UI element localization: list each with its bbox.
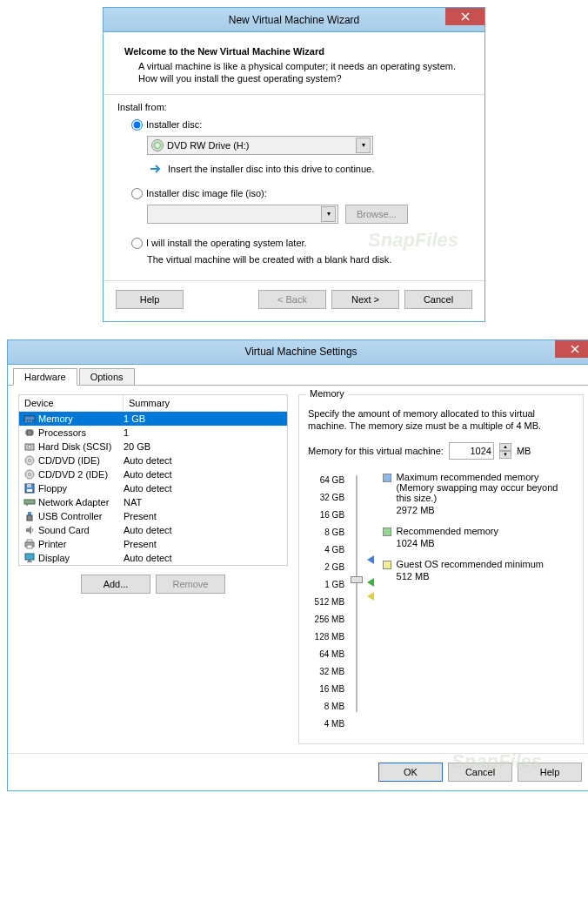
drive-value: DVD RW Drive (H:) <box>167 140 250 151</box>
back-button[interactable]: < Back <box>258 290 326 309</box>
device-name: Printer <box>38 539 66 549</box>
disc-hint: Insert the installer disc into this driv… <box>149 162 472 176</box>
iso-path-input[interactable]: ▾ <box>147 205 338 224</box>
svg-point-14 <box>29 473 31 475</box>
svg-rect-4 <box>27 430 32 435</box>
remove-button[interactable]: Remove <box>156 575 225 594</box>
slider-thumb[interactable] <box>351 576 363 583</box>
cpu-icon <box>23 427 36 438</box>
memory-value-input[interactable] <box>449 442 494 460</box>
drive-select[interactable]: DVD RW Drive (H:) ▾ <box>147 136 373 155</box>
memory-slider[interactable] <box>348 472 364 716</box>
spin-down[interactable]: ▼ <box>499 451 511 459</box>
vm-settings-window: Virtual Machine Settings Hardware Option… <box>7 339 588 792</box>
welcome-description: A virtual machine is like a physical com… <box>138 60 472 85</box>
slider-tick: 64 MB <box>308 646 344 663</box>
radio-installer-disc[interactable]: Installer disc: <box>131 119 472 131</box>
device-summary: Auto detect <box>124 483 285 494</box>
new-vm-wizard-window: New Virtual Machine Wizard Welcome to th… <box>103 7 485 322</box>
device-row[interactable]: USB ControllerPresent <box>19 509 287 523</box>
legend-min-val: 512 MB <box>397 571 574 581</box>
col-summary[interactable]: Summary <box>124 395 287 411</box>
legend-max-val: 2972 MB <box>397 505 574 515</box>
svg-point-12 <box>29 459 31 461</box>
device-summary: 20 GB <box>124 441 285 452</box>
titlebar[interactable]: Virtual Machine Settings <box>8 340 588 365</box>
memory-groupbox: Memory Specify the amount of memory allo… <box>298 394 584 745</box>
display-icon <box>23 553 36 563</box>
help-button[interactable]: Help <box>518 763 582 782</box>
device-summary: Auto detect <box>124 469 285 480</box>
window-title: New Virtual Machine Wizard <box>229 14 360 26</box>
radio-later[interactable]: I will install the operating system late… <box>131 238 472 249</box>
browse-button[interactable]: Browse... <box>345 205 408 224</box>
hdd-icon <box>23 441 36 452</box>
slider-tick: 512 MB <box>308 594 344 611</box>
square-green-icon <box>383 528 391 536</box>
tab-hardware[interactable]: Hardware <box>13 368 77 386</box>
device-name: Display <box>38 553 70 563</box>
add-button[interactable]: Add... <box>81 575 150 594</box>
device-row[interactable]: CD/DVD (IDE)Auto detect <box>19 454 287 467</box>
slider-tick: 8 GB <box>308 524 344 541</box>
memory-unit: MB <box>517 446 531 456</box>
radio-later-label: I will install the operating system late… <box>146 238 307 248</box>
square-blue-icon <box>383 474 391 482</box>
help-button[interactable]: Help <box>116 290 184 309</box>
memory-input-label: Memory for this virtual machine: <box>308 446 444 456</box>
svg-rect-18 <box>24 500 35 504</box>
next-button[interactable]: Next > <box>331 290 399 309</box>
floppy-icon <box>23 483 36 494</box>
svg-point-10 <box>28 445 31 448</box>
radio-iso[interactable]: Installer disc image file (iso): <box>131 188 472 199</box>
device-name: Processors <box>38 427 86 438</box>
device-row[interactable]: CD/DVD 2 (IDE)Auto detect <box>19 467 287 481</box>
radio-later-input[interactable] <box>131 238 143 249</box>
legend-rec: Recommended memory <box>397 526 498 536</box>
tab-options[interactable]: Options <box>79 368 135 385</box>
radio-disc-input[interactable] <box>131 119 143 131</box>
square-yellow-icon <box>383 561 391 569</box>
tab-strip: Hardware Options <box>8 365 588 386</box>
device-row[interactable]: Processors1 <box>19 426 287 440</box>
device-name: CD/DVD 2 (IDE) <box>38 469 108 480</box>
device-row[interactable]: Memory1 GB <box>19 412 287 426</box>
device-row[interactable]: DisplayAuto detect <box>19 551 287 565</box>
chevron-down-icon[interactable]: ▾ <box>321 206 336 222</box>
marker-min <box>367 592 374 602</box>
memory-spinner[interactable]: ▲ ▼ <box>499 443 511 459</box>
radio-iso-label: Installer disc image file (iso): <box>146 188 267 198</box>
device-row[interactable]: Network AdapterNAT <box>19 495 287 509</box>
device-row[interactable]: Hard Disk (SCSI)20 GB <box>19 440 287 454</box>
legend-min: Guest OS recommended minimum <box>397 559 544 569</box>
chevron-down-icon[interactable]: ▾ <box>356 138 371 153</box>
slider-tick: 1 GB <box>308 576 344 594</box>
ok-button[interactable]: OK <box>378 763 443 782</box>
device-name: Hard Disk (SCSI) <box>38 441 111 452</box>
cancel-button[interactable]: Cancel <box>404 290 472 309</box>
device-name: Network Adapter <box>38 497 109 507</box>
svg-rect-0 <box>24 416 35 420</box>
device-summary: 1 GB <box>124 413 285 424</box>
device-row[interactable]: Sound CardAuto detect <box>19 523 287 537</box>
device-row[interactable]: PrinterPresent <box>19 537 287 551</box>
close-button[interactable] <box>555 340 588 358</box>
svg-rect-2 <box>28 420 30 422</box>
device-row[interactable]: FloppyAuto detect <box>19 481 287 495</box>
radio-iso-input[interactable] <box>131 188 143 199</box>
slider-tick: 128 MB <box>308 628 344 646</box>
device-name: Sound Card <box>38 525 90 535</box>
slider-tick: 2 GB <box>308 559 344 576</box>
welcome-heading: Welcome to the New Virtual Machine Wizar… <box>124 46 472 57</box>
close-button[interactable] <box>445 8 484 25</box>
net-icon <box>23 497 36 507</box>
sound-icon <box>23 525 36 535</box>
spin-up[interactable]: ▲ <box>499 443 511 451</box>
col-device[interactable]: Device <box>19 395 124 411</box>
svg-rect-27 <box>27 561 32 562</box>
svg-rect-1 <box>25 420 27 422</box>
titlebar[interactable]: New Virtual Machine Wizard <box>104 8 484 32</box>
cancel-button[interactable]: Cancel <box>448 763 512 782</box>
divider <box>104 94 484 95</box>
hint-text: Insert the installer disc into this driv… <box>168 164 374 174</box>
